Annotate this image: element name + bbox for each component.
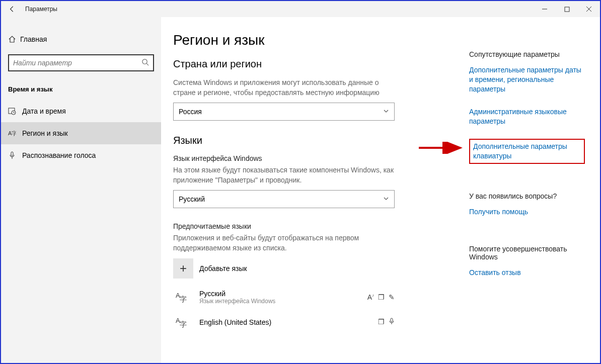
- svg-text:字: 字: [180, 320, 187, 328]
- microphone-icon: [8, 151, 22, 159]
- region-dropdown[interactable]: Россия: [173, 103, 395, 121]
- sidebar-item-label: Распознавание голоса: [22, 151, 96, 159]
- search-input[interactable]: [13, 59, 141, 67]
- home-label: Главная: [20, 35, 47, 43]
- language-icon: A字: [8, 129, 22, 137]
- search-icon: [141, 58, 149, 68]
- display-lang-value: Русский: [179, 195, 383, 203]
- improve-title: Помогите усовершенствовать Windows: [469, 245, 585, 261]
- language-item-russian[interactable]: A字 Русский Язык интерфейса Windows A♪ ❐ …: [173, 290, 395, 305]
- link-date-time-settings[interactable]: Дополнительные параметры даты и времени,…: [469, 65, 585, 94]
- display-lang-desc: На этом языке будут показываться такие к…: [173, 165, 400, 185]
- maximize-button[interactable]: [556, 1, 578, 17]
- language-name: English (United States): [199, 318, 378, 326]
- sidebar-item-label: Дата и время: [22, 107, 66, 115]
- link-admin-language-settings[interactable]: Административные языковые параметры: [469, 107, 585, 126]
- sidebar-item-region-language[interactable]: A字 Регион и язык: [1, 122, 161, 144]
- add-language-label: Добавьте язык: [199, 264, 247, 272]
- languages-heading: Языки: [173, 135, 449, 146]
- region-value: Россия: [179, 108, 383, 116]
- language-glyph-icon: A字: [173, 291, 193, 304]
- related-title: Сопутствующие параметры: [469, 50, 585, 58]
- pref-lang-desc: Приложения и веб-сайты будут отображатьс…: [173, 233, 400, 253]
- language-note: Язык интерфейса Windows: [199, 298, 367, 305]
- window-title: Параметры: [23, 6, 57, 13]
- svg-text:A字: A字: [8, 130, 16, 136]
- chevron-down-icon: [383, 108, 389, 116]
- back-button[interactable]: [1, 1, 23, 17]
- home-icon: [8, 35, 20, 43]
- sidebar-item-speech[interactable]: Распознавание голоса: [1, 144, 161, 166]
- language-feature-icons: A♪ ❐ ✎: [367, 293, 395, 301]
- display-lang-dropdown[interactable]: Русский: [173, 190, 395, 208]
- region-heading: Страна или регион: [173, 58, 449, 70]
- sidebar-item-date-time[interactable]: Дата и время: [1, 100, 161, 122]
- calendar-clock-icon: [8, 107, 22, 115]
- handwriting-icon: ✎: [389, 293, 395, 301]
- language-glyph-icon: A字: [173, 316, 193, 329]
- plus-icon: +: [173, 258, 193, 279]
- minimize-button[interactable]: [534, 1, 556, 17]
- language-item-english[interactable]: A字 English (United States) ❐: [173, 316, 395, 329]
- language-name: Русский: [199, 290, 367, 298]
- speech-icon: ❐: [378, 318, 385, 326]
- svg-rect-1: [565, 7, 569, 12]
- related-links-panel: Сопутствующие параметры Дополнительные п…: [469, 50, 585, 291]
- link-keyboard-settings[interactable]: Дополнительные параметры клавиатуры: [469, 139, 585, 164]
- sidebar-item-label: Регион и язык: [22, 129, 68, 137]
- link-get-help[interactable]: Получить помощь: [469, 207, 585, 217]
- language-feature-icons: ❐: [378, 318, 395, 326]
- titlebar: Параметры: [1, 1, 600, 17]
- chevron-down-icon: [383, 195, 389, 203]
- speech-icon: ❐: [378, 293, 385, 301]
- display-lang-heading: Язык интерфейса Windows: [173, 154, 449, 162]
- microphone-icon: [389, 318, 395, 326]
- close-button[interactable]: [578, 1, 600, 17]
- svg-point-2: [142, 59, 147, 63]
- search-box[interactable]: [8, 54, 154, 71]
- text-to-speech-icon: A♪: [367, 293, 374, 301]
- svg-rect-14: [391, 318, 393, 322]
- page-title: Регион и язык: [173, 32, 449, 48]
- link-feedback[interactable]: Оставить отзыв: [469, 268, 585, 278]
- svg-line-3: [146, 63, 148, 65]
- svg-text:字: 字: [180, 295, 187, 303]
- sidebar: Главная Время и язык Дата и время A字 Рег…: [1, 17, 161, 363]
- questions-title: У вас появились вопросы?: [469, 192, 585, 200]
- region-desc: Система Windows и приложения могут испол…: [173, 78, 400, 98]
- sidebar-section-label: Время и язык: [1, 81, 161, 100]
- add-language-button[interactable]: + Добавьте язык: [173, 258, 449, 279]
- svg-rect-9: [11, 152, 13, 156]
- pref-lang-heading: Предпочитаемые языки: [173, 222, 449, 230]
- home-nav[interactable]: Главная: [1, 29, 161, 49]
